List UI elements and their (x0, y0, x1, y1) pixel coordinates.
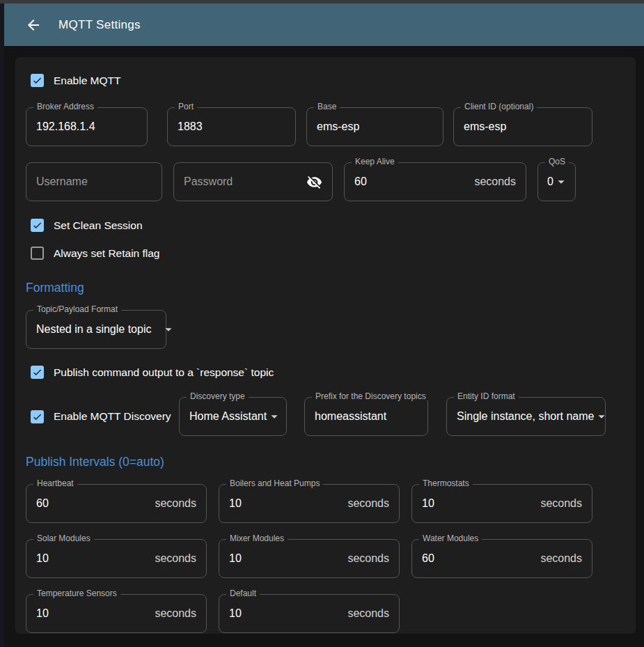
interval-unit: seconds (155, 552, 196, 565)
keep-alive-label: Keep Alive (352, 157, 398, 166)
interval-value: 10 (229, 607, 242, 620)
client-id-field[interactable]: Client ID (optional) ems-esp (453, 107, 592, 146)
port-label: Port (175, 102, 197, 111)
publish-intervals-heading: Publish Intervals (0=auto) (26, 455, 625, 469)
discovery-type-select[interactable]: Discovery type Home Assistant (179, 397, 287, 436)
topic-format-label: Topic/Payload Format (33, 305, 121, 313)
interval-label: Heartbeat (33, 479, 77, 488)
interval-value: 10 (36, 607, 49, 620)
discovery-type-value: Home Assistant (189, 410, 267, 423)
interval-default-field[interactable]: Default 10 seconds (219, 594, 400, 633)
back-button[interactable] (19, 11, 47, 39)
settings-card: Enable MQTT Broker Address 192.168.1.4 P… (15, 57, 636, 634)
base-field[interactable]: Base ems-esp (306, 107, 443, 146)
enable-mqtt-row: Enable MQTT (31, 74, 625, 87)
interval-value: 60 (36, 497, 49, 510)
publish-response-checkbox[interactable] (31, 366, 44, 379)
window-edge-left (0, 3, 4, 647)
interval-temperature-field[interactable]: Temperature Sensors 10 seconds (26, 594, 207, 633)
interval-heartbeat-field[interactable]: Heartbeat 60 seconds (26, 484, 207, 523)
interval-unit: seconds (540, 552, 582, 565)
topic-format-select[interactable]: Topic/Payload Format Nested in a single … (26, 310, 166, 349)
port-value: 1883 (178, 120, 203, 133)
clean-session-row: Set Clean Session (31, 219, 625, 232)
app-bar: MQTT Settings (4, 3, 644, 46)
qos-select[interactable]: QoS 0 (537, 162, 576, 201)
interval-label: Thermostats (419, 479, 473, 488)
eye-off-icon[interactable] (306, 174, 322, 190)
discovery-prefix-value: homeassistant (315, 410, 386, 423)
enable-mqtt-label: Enable MQTT (54, 75, 120, 87)
interval-unit: seconds (347, 607, 389, 620)
enable-discovery-checkbox[interactable] (31, 410, 44, 423)
enable-discovery-label: Enable MQTT Discovery (54, 410, 171, 423)
publish-response-label: Publish command output to a `response` t… (54, 366, 274, 379)
qos-value: 0 (547, 176, 553, 188)
username-field[interactable]: Username (26, 162, 162, 201)
interval-value: 10 (229, 552, 242, 565)
interval-unit: seconds (155, 607, 196, 620)
client-id-label: Client ID (optional) (461, 102, 537, 111)
window-edge-top (0, 0, 644, 3)
qos-label: QoS (545, 157, 569, 166)
formatting-heading: Formatting (26, 281, 625, 295)
arrow-left-icon (25, 17, 42, 33)
interval-solar-field[interactable]: Solar Modules 10 seconds (26, 539, 207, 578)
interval-unit: seconds (347, 497, 389, 510)
interval-value: 10 (229, 497, 242, 510)
interval-label: Solar Modules (33, 534, 94, 543)
enable-mqtt-checkbox[interactable] (31, 74, 44, 87)
broker-address-field[interactable]: Broker Address 192.168.1.4 (26, 107, 148, 146)
discovery-prefix-field[interactable]: Prefix for the Discovery topics homeassi… (304, 397, 428, 436)
password-placeholder: Password (184, 176, 233, 188)
interval-label: Boilers and Heat Pumps (226, 479, 323, 488)
interval-value: 60 (422, 552, 434, 565)
base-value: ems-esp (317, 120, 359, 133)
interval-unit: seconds (347, 552, 389, 565)
broker-address-value: 192.168.1.4 (36, 120, 95, 133)
keep-alive-field[interactable]: Keep Alive 60 seconds (344, 162, 526, 201)
base-label: Base (314, 102, 340, 111)
entity-format-label: Entity ID format (454, 392, 519, 400)
interval-mixer-field[interactable]: Mixer Modules 10 seconds (219, 539, 400, 578)
caret-down-icon (594, 409, 609, 424)
entity-format-value: Single instance, short name (457, 410, 594, 423)
discovery-type-label: Discovery type (187, 392, 249, 400)
keep-alive-unit: seconds (474, 176, 516, 188)
interval-boilers-field[interactable]: Boilers and Heat Pumps 10 seconds (219, 484, 400, 523)
intervals-grid: Heartbeat 60 seconds Boilers and Heat Pu… (26, 484, 625, 633)
caret-down-icon (161, 322, 176, 337)
interval-unit: seconds (540, 497, 582, 510)
interval-thermostats-field[interactable]: Thermostats 10 seconds (411, 484, 592, 523)
interval-label: Temperature Sensors (33, 589, 120, 598)
topic-format-value: Nested in a single topic (36, 323, 151, 336)
caret-down-icon (553, 174, 569, 189)
clean-session-checkbox[interactable] (31, 219, 44, 232)
caret-down-icon (267, 409, 282, 424)
clean-session-label: Set Clean Session (54, 219, 143, 232)
port-field[interactable]: Port 1883 (167, 107, 296, 146)
interval-value: 10 (36, 552, 49, 565)
page-title: MQTT Settings (58, 18, 141, 32)
keep-alive-value: 60 (354, 176, 367, 188)
username-placeholder: Username (36, 176, 88, 188)
publish-response-row: Publish command output to a `response` t… (31, 366, 625, 379)
client-id-value: ems-esp (464, 120, 506, 133)
retain-flag-checkbox[interactable] (31, 247, 44, 260)
password-field[interactable]: Password (173, 162, 333, 201)
discovery-prefix-label: Prefix for the Discovery topics (312, 392, 430, 400)
interval-label: Mixer Modules (226, 534, 288, 543)
interval-unit: seconds (155, 497, 196, 510)
interval-label: Water Modules (419, 534, 482, 543)
retain-flag-row: Always set Retain flag (31, 247, 625, 260)
broker-address-label: Broker Address (33, 102, 97, 111)
interval-water-field[interactable]: Water Modules 60 seconds (411, 539, 592, 578)
retain-flag-label: Always set Retain flag (54, 247, 160, 260)
enable-discovery-row: Enable MQTT Discovery (31, 397, 184, 436)
entity-format-select[interactable]: Entity ID format Single instance, short … (446, 397, 606, 436)
interval-value: 10 (422, 497, 434, 510)
interval-label: Default (226, 589, 260, 598)
